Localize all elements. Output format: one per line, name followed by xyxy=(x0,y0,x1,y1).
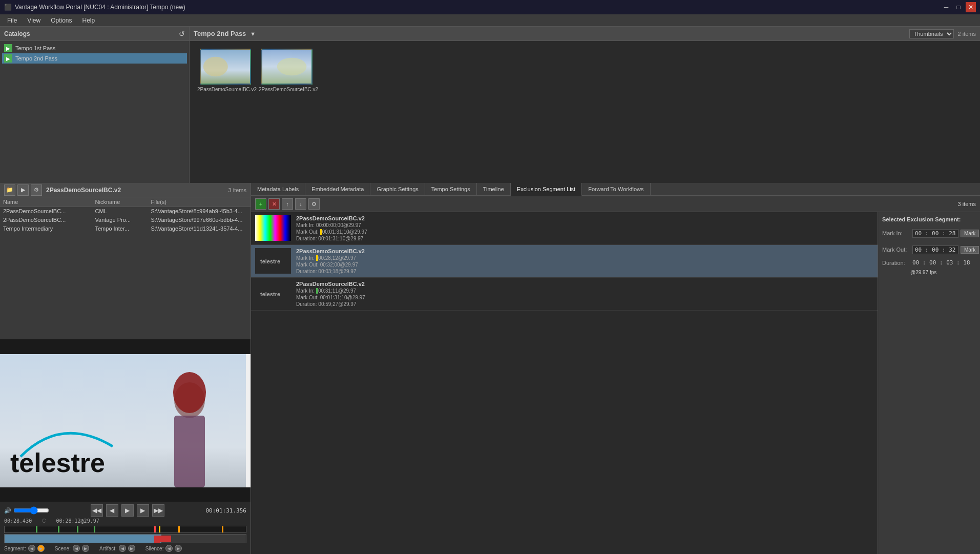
thumbnail-item-2[interactable]: 2PassDemoSourceIBC.v2 xyxy=(259,49,315,92)
exc-dur-val-3: 00:59;27@29.97 xyxy=(318,301,356,307)
file-settings-button[interactable]: ⚙ xyxy=(31,184,42,196)
segment-next-button[interactable]: ▶ xyxy=(37,545,45,552)
mark-out-field[interactable] xyxy=(912,245,958,254)
move-up-button[interactable]: ↑ xyxy=(282,198,293,210)
scene-prev-button[interactable]: ◀ xyxy=(73,545,80,552)
tab-graphic[interactable]: Graphic Settings xyxy=(370,183,425,195)
artifact-next-button[interactable]: ▶ xyxy=(128,545,135,552)
tab-tempo[interactable]: Tempo Settings xyxy=(425,183,477,195)
tab-bar: Metadata Labels Embedded Metadata Graphi… xyxy=(251,183,980,196)
maximize-button[interactable]: □ xyxy=(953,2,964,12)
thumbnail-image-1 xyxy=(200,49,251,85)
fast-forward-button[interactable]: ▶▶ xyxy=(152,504,164,517)
scene-next-button[interactable]: ▶ xyxy=(82,545,89,552)
play-button[interactable]: ▶ xyxy=(121,504,134,517)
mark-in-row: Mark In: Mark Go to xyxy=(882,227,976,240)
artifact-label: Artifact: xyxy=(99,546,117,551)
settings-exclusion-button[interactable]: ⚙ xyxy=(308,198,320,210)
exc-dur-val-1: 00:01:31;10@29.97 xyxy=(318,236,363,241)
file-folder-button[interactable]: 📁 xyxy=(4,184,15,196)
catalogs-refresh-button[interactable]: ↺ xyxy=(179,30,185,38)
table-row[interactable]: 2PassDemoSourceIBC... CML S:\VantageStor… xyxy=(0,207,251,216)
exclusion-item-2[interactable]: telestre 2PassDemoSourceIBC.v2 Mark In: … xyxy=(251,245,878,278)
catalogs-title: Catalogs xyxy=(4,30,30,37)
marker-green-2 xyxy=(58,526,59,532)
silence-prev-button[interactable]: ◀ xyxy=(165,545,173,552)
menu-view[interactable]: View xyxy=(22,16,46,25)
thumbnails-panel: Tempo 2nd Pass ▼ Thumbnails List 2 items xyxy=(190,27,980,183)
file-open-button[interactable]: ▶ xyxy=(17,184,29,196)
close-button[interactable]: ✕ xyxy=(966,2,976,12)
table-row[interactable]: 2PassDemoSourceIBC... Vantage Pro... S:\… xyxy=(0,216,251,224)
menu-help[interactable]: Help xyxy=(77,16,100,25)
tab-forward[interactable]: Forward To Workflows xyxy=(582,183,650,195)
svg-text:telestre: telestre xyxy=(260,258,280,264)
exc-dur-label-3: Duration: xyxy=(296,301,317,307)
step-forward-button[interactable]: ▶ xyxy=(137,504,149,517)
cell-nick-3: Tempo Inter... xyxy=(92,224,148,233)
timeline-area[interactable] xyxy=(4,526,246,543)
catalog-list: ▶ Tempo 1st Pass ▶ Tempo 2nd Pass xyxy=(0,41,189,183)
mark-in-mark-button[interactable]: Mark xyxy=(961,230,979,237)
mark-in-field[interactable] xyxy=(912,229,958,238)
file-panel: 📁 ▶ ⚙ 2PassDemoSourceIBC.v2 3 items Name… xyxy=(0,183,251,554)
svg-rect-8 xyxy=(174,416,205,487)
catalog-item-1[interactable]: ▶ Tempo 1st Pass xyxy=(2,43,187,53)
exc-markin-label-3: Mark In: xyxy=(296,288,315,294)
cell-files-3: S:\VantageStore\11d13241-3574-4... xyxy=(148,224,251,233)
minimize-button[interactable]: ─ xyxy=(941,2,951,12)
exc-markout-1: Mark Out: 00:01:31;10@29.97 xyxy=(296,229,367,235)
menu-file[interactable]: File xyxy=(2,16,22,25)
step-back-button[interactable]: ◀ xyxy=(106,504,118,517)
remove-exclusion-button[interactable]: ✕ xyxy=(268,198,280,210)
exc-markout-val-3: 00:01:31;10@29.97 xyxy=(320,295,365,300)
video-frame: telestre xyxy=(0,354,251,487)
segment-prev-button[interactable]: ◀ xyxy=(28,545,35,552)
colorbar-icon xyxy=(255,215,291,241)
exc-markout-label-2: Mark Out: xyxy=(296,262,319,268)
exc-markin-val-1: 00:00:00;00@29.97 xyxy=(316,222,361,228)
fps-row: @29.97 fps xyxy=(910,269,976,275)
total-time-display: 00:01:31.356 xyxy=(206,507,246,514)
view-mode-select[interactable]: Thumbnails List xyxy=(909,29,954,38)
cell-nick-2: Vantage Pro... xyxy=(92,216,148,224)
tab-timeline[interactable]: Timeline xyxy=(477,183,511,195)
mark-out-mark-button[interactable]: Mark xyxy=(961,246,979,254)
thumbnail-grid: 2PassDemoSourceIBC.v2 xyxy=(190,41,980,100)
volume-icon: 🔊 xyxy=(4,507,11,514)
tab-embedded[interactable]: Embedded Metadata xyxy=(305,183,370,195)
rewind-button[interactable]: ◀◀ xyxy=(91,504,103,517)
add-exclusion-button[interactable]: + xyxy=(255,198,266,210)
tab-exclusion[interactable]: Exclusion Segment List xyxy=(511,183,582,196)
marker-green-3 xyxy=(77,526,78,532)
catalog-label-1: Tempo 1st Pass xyxy=(15,45,55,51)
exclusion-item-3[interactable]: telestre 2PassDemoSourceIBC.v2 Mark In: … xyxy=(251,278,878,311)
timeline-track[interactable] xyxy=(4,526,246,533)
audio-scrubber[interactable] xyxy=(4,534,246,543)
exclusion-toolbar-left: + ✕ ↑ ↓ ⚙ xyxy=(255,198,320,210)
volume-slider[interactable] xyxy=(13,506,49,515)
video-canvas[interactable]: telestre xyxy=(0,339,251,502)
exclusion-item-1[interactable]: 2PassDemoSourceIBC.v2 Mark In: 00:00:00;… xyxy=(251,212,878,245)
menu-options[interactable]: Options xyxy=(46,16,77,25)
thumbnails-dropdown-button[interactable]: ▼ xyxy=(250,31,256,37)
thumbnail-item-1[interactable]: 2PassDemoSourceIBC.v2 xyxy=(197,49,254,92)
artifact-prev-button[interactable]: ◀ xyxy=(119,545,126,552)
thumbnails-count: 2 items xyxy=(958,31,976,37)
video-preview: telestre 🔊 xyxy=(0,339,251,554)
move-down-button[interactable]: ↓ xyxy=(295,198,306,210)
cell-name-3: Tempo Intermediary xyxy=(0,224,92,233)
window-title: Vantage Workflow Portal [NUC04 : Adminis… xyxy=(15,4,185,11)
tab-metadata[interactable]: Metadata Labels xyxy=(251,183,305,195)
silence-next-button[interactable]: ▶ xyxy=(175,545,182,552)
exc-info-1: 2PassDemoSourceIBC.v2 Mark In: 00:00:00;… xyxy=(296,215,367,241)
mark-out-row: Mark Out: Mark Go to xyxy=(882,243,976,256)
exc-info-3: 2PassDemoSourceIBC.v2 Mark In: 00:31;11@… xyxy=(296,281,365,307)
exc-duration-1: Duration: 00:01:31;10@29.97 xyxy=(296,236,367,241)
table-row[interactable]: Tempo Intermediary Tempo Inter... S:\Van… xyxy=(0,224,251,233)
cell-name-2: 2PassDemoSourceIBC... xyxy=(0,216,92,224)
exc-markin-2: Mark In: 00:28;12@29.97 xyxy=(296,255,365,261)
catalog-item-2[interactable]: ▶ Tempo 2nd Pass xyxy=(2,53,187,64)
exclusion-panel-inner: 2PassDemoSourceIBC.v2 Mark In: 00:00:00;… xyxy=(251,212,980,554)
exc-markout-label-3: Mark Out: xyxy=(296,295,319,300)
